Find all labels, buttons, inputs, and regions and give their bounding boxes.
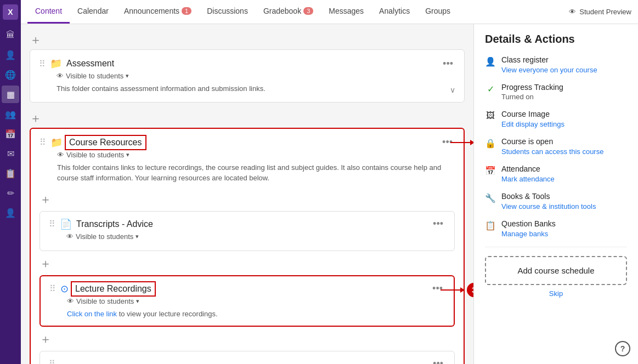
course-resources-header: ⠿ 📁 Course Resources •••: [39, 136, 455, 149]
tab-calendar[interactable]: Calendar: [70, 0, 116, 24]
partial-block: ⠿ •••: [39, 351, 455, 364]
student-preview-icon: 👁: [569, 8, 576, 16]
course-resources-title-row: ⠿ 📁 Course Resources: [39, 136, 144, 149]
mail-icon[interactable]: ✉: [2, 145, 19, 162]
course-open-item: 🔒 Course is open Students can access thi…: [485, 137, 627, 156]
manage-banks-link[interactable]: Manage banks: [501, 230, 548, 238]
books-tools-item: 🔧 Books & Tools View course & institutio…: [485, 192, 627, 211]
skip-link[interactable]: Skip: [485, 289, 627, 298]
drag-handle-2[interactable]: ⠿: [39, 137, 46, 147]
plus-icon-3: ＋: [39, 194, 52, 206]
course-image-icon: 🖼: [485, 111, 496, 121]
tab-gradebook[interactable]: Gradebook 3: [256, 0, 321, 24]
lecture-recordings-visibility: 👁 Visible to students ▾: [67, 297, 445, 305]
sidebar-close-button[interactable]: X: [3, 4, 18, 20]
document-icon: 📄: [60, 218, 72, 230]
edit-display-settings-link[interactable]: Edit display settings: [501, 120, 564, 128]
content-area: ＋ ⠿ 📁 Assessment ••• 👁 Visible to studen…: [21, 24, 638, 364]
class-register-link[interactable]: View everyone on your course: [501, 66, 597, 74]
help-icon[interactable]: ?: [615, 341, 630, 356]
course-open-icon: 🔒: [485, 138, 496, 149]
eye-icon: 👁: [57, 72, 64, 80]
user-circle-icon[interactable]: 👤: [2, 204, 19, 221]
transcripts-title-row: ⠿ 📄 Transcripts - Advice: [49, 218, 153, 230]
visibility-caret-2[interactable]: ▾: [126, 151, 129, 158]
person-icon[interactable]: 👤: [2, 46, 19, 64]
drag-handle-3[interactable]: ⠿: [49, 219, 55, 229]
books-tools-icon: 🔧: [485, 193, 496, 203]
top-navigation: Content Calendar Announcements 1 Discuss…: [21, 0, 638, 24]
add-item-button-2[interactable]: ＋: [30, 109, 465, 128]
transcripts-advice-block: ⠿ 📄 Transcripts - Advice ••• 👁 Visible t…: [39, 211, 455, 251]
lecture-recordings-title-row: ⠿ ⊙ Lecture Recordings: [49, 283, 154, 295]
tab-content[interactable]: Content: [27, 0, 70, 24]
assessment-block-header: ⠿ 📁 Assessment •••: [39, 58, 455, 70]
attendance-item: 📅 Attendance Mark attendance: [485, 164, 627, 183]
calendar-grid-icon[interactable]: 📅: [2, 125, 19, 143]
student-preview-button[interactable]: 👁 Student Preview: [569, 8, 631, 16]
people-icon[interactable]: 👥: [2, 105, 19, 123]
visibility-caret-4[interactable]: ▾: [136, 298, 139, 305]
main-content: Content Calendar Announcements 1 Discuss…: [21, 0, 638, 364]
assessment-block: ⠿ 📁 Assessment ••• 👁 Visible to students…: [30, 49, 465, 103]
edit-icon[interactable]: ✏: [2, 184, 19, 202]
lecture-recordings-description: Click on the link to view your lecture r…: [67, 309, 445, 320]
add-sub-item-button-2[interactable]: ＋: [39, 255, 455, 271]
assessment-visibility: 👁 Visible to students ▾: [57, 72, 455, 80]
click-link[interactable]: Click on the link: [67, 310, 117, 318]
partial-block-menu[interactable]: •••: [431, 358, 445, 364]
sidebar: X 🏛 👤 🌐 ▦ 👥 📅 ✉ 📋 ✏ 👤: [0, 0, 21, 364]
lecture-recordings-block: ⠿ ⊙ Lecture Recordings ••• 3: [39, 275, 455, 327]
tab-groups[interactable]: Groups: [417, 0, 458, 24]
transcripts-menu-button[interactable]: •••: [431, 218, 445, 230]
add-item-button[interactable]: ＋: [30, 31, 465, 49]
list-icon[interactable]: 📋: [2, 164, 19, 182]
annotation-3: 3: [441, 283, 473, 297]
transcripts-title: Transcripts - Advice: [76, 219, 153, 229]
gradebook-badge: 3: [303, 7, 313, 15]
folder-icon-2: 📁: [50, 136, 63, 149]
grid-icon[interactable]: ▦: [2, 86, 19, 103]
view-course-tools-link[interactable]: View course & institution tools: [501, 202, 596, 211]
tab-analytics[interactable]: Analytics: [371, 0, 417, 24]
plus-icon-4: ＋: [39, 258, 52, 270]
visibility-caret[interactable]: ▾: [126, 72, 129, 79]
transcripts-header: ⠿ 📄 Transcripts - Advice •••: [49, 218, 445, 230]
assessment-title: Assessment: [66, 59, 114, 69]
details-actions-panel: Details & Actions 👤 Class register View …: [473, 24, 638, 364]
drag-handle-5[interactable]: ⠿: [49, 359, 55, 364]
assessment-expand-button[interactable]: ∨: [450, 86, 455, 94]
assessment-title-row: ⠿ 📁 Assessment: [39, 58, 114, 70]
class-register-icon: 👤: [485, 56, 496, 67]
eye-icon-3: 👁: [66, 232, 74, 241]
tab-messages[interactable]: Messages: [321, 0, 371, 24]
globe-icon[interactable]: 🌐: [2, 66, 19, 83]
plus-icon-5: ＋: [39, 333, 52, 345]
assessment-menu-button[interactable]: •••: [441, 58, 455, 70]
plus-icon-2: ＋: [30, 112, 42, 124]
lecture-recordings-title: Lecture Recordings: [73, 283, 154, 294]
add-sub-item-button-3[interactable]: ＋: [39, 331, 455, 346]
content-main: ＋ ⠿ 📁 Assessment ••• 👁 Visible to studen…: [21, 24, 473, 364]
eye-icon-2: 👁: [57, 151, 64, 159]
assessment-description: This folder contains assessment informat…: [57, 83, 455, 94]
add-sub-item-button[interactable]: ＋: [39, 191, 455, 207]
progress-tracking-title: Progress Tracking: [501, 83, 563, 92]
progress-tracking-subtitle: Turned on: [501, 93, 563, 101]
building-icon[interactable]: 🏛: [2, 26, 19, 44]
transcripts-visibility: 👁 Visible to students ▾: [66, 232, 445, 241]
attendance-icon: 📅: [485, 166, 496, 176]
eye-icon-4: 👁: [67, 297, 74, 305]
lecture-recordings-header: ⠿ ⊙ Lecture Recordings •••: [49, 283, 445, 295]
drag-handle-4[interactable]: ⠿: [49, 283, 56, 294]
mark-attendance-link[interactable]: Mark attendance: [501, 175, 555, 183]
tab-announcements[interactable]: Announcements 1: [116, 0, 199, 24]
add-course-schedule-button[interactable]: Add course schedule: [485, 256, 627, 285]
progress-tracking-item: ✓ Progress Tracking Turned on: [485, 83, 627, 101]
visibility-caret-3[interactable]: ▾: [135, 233, 139, 240]
plus-icon: ＋: [30, 34, 42, 46]
sub-items: ＋ ⠿ 📄 Transcripts - Advice •••: [39, 191, 455, 365]
tab-discussions[interactable]: Discussions: [199, 0, 256, 24]
drag-handle[interactable]: ⠿: [39, 59, 46, 69]
course-open-link[interactable]: Students can access this course: [501, 147, 603, 156]
